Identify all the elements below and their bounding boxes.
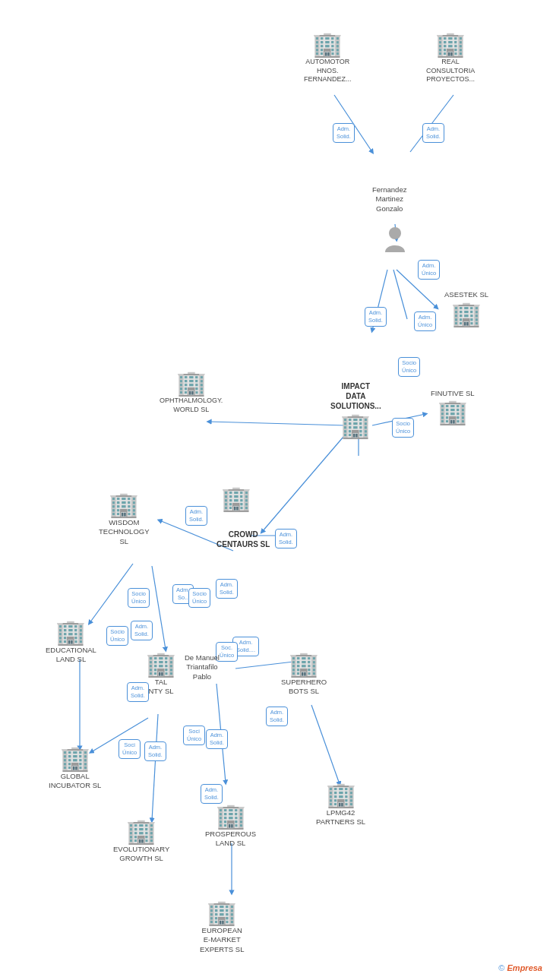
badge-adm-solid-crowd-right: Adm.Solid.	[275, 529, 297, 548]
badge-adm-solid-impact-left: Adm.Solid.	[365, 307, 387, 327]
node-crowd-centaurs: CROWDCENTAURS SL	[216, 528, 270, 549]
badge-socio-unico-finutive: SocioÚnico	[398, 357, 420, 377]
label-global-incubator: GLOBALINCUBATOR SL	[49, 772, 101, 791]
label-impact-data: IMPACTDATASOLUTIONS...	[330, 381, 381, 411]
label-de-manuel: De ManuelTriantafiloPablo	[185, 653, 220, 681]
building-icon-global: 🏢	[60, 746, 90, 770]
svg-line-13	[152, 566, 166, 650]
label-finutive: FINUTIVE SL	[431, 389, 475, 398]
node-evolutionary: 🏢 EVOLUTIONARYGROWTH SL	[113, 819, 169, 864]
node-crowd-centaurs-icon: 🏢	[221, 486, 251, 511]
node-european-market: 🏢 EUROPEANE-MARKETEXPERTS SL	[200, 900, 244, 954]
building-icon-education: 🏢	[55, 620, 86, 644]
building-icon-european: 🏢	[207, 900, 237, 925]
node-de-manuel: De ManuelTriantafiloPablo	[185, 652, 220, 681]
badge-adm-solid-crowd-upper: Adm.Solid.	[185, 506, 207, 526]
label-real-consultoria: REAL CONSULTORIA PROYECTOS...	[426, 58, 475, 84]
svg-line-8	[209, 422, 346, 425]
badge-adm-unico-impact: Adm.Único	[414, 311, 436, 331]
building-icon-tal-nty: 🏢	[146, 652, 176, 676]
label-automotor: AUTOMOTOR HNOS. FERNANDEZ...	[304, 58, 352, 84]
building-icon-prosperous: 🏢	[216, 804, 246, 828]
node-impact-data: IMPACTDATASOLUTIONS... 🏢	[330, 380, 381, 438]
building-icon-crowd-extra: 🏢	[221, 486, 251, 511]
label-ophthalmology: OPHTHALMOLOGY.WORLD SL	[160, 397, 223, 414]
label-education-land: EDUCATIONALLAND SL	[46, 646, 96, 665]
svg-line-9	[262, 432, 348, 532]
label-crowd-centaurs: CROWDCENTAURS SL	[216, 530, 270, 549]
node-fernandez: FernandezMartinezGonzalo	[372, 184, 406, 213]
badge-socio-unico-wisdom-2: SocioÚnico	[188, 588, 210, 608]
node-real-consultoria: 🏢 REAL CONSULTORIA PROYECTOS...	[426, 32, 475, 84]
watermark: © Empresa	[498, 963, 542, 972]
label-tal-nty: TALNTY SL	[148, 678, 173, 697]
building-icon-real-consultoria: 🏢	[435, 32, 466, 56]
person-svg	[384, 226, 406, 254]
badge-soci-unico-tal-lower: SociÚnico	[118, 739, 141, 759]
badge-adm-solid-tal-lower: Adm.Solid.	[144, 741, 166, 761]
badge-soci-unico-prosperous: SociÚnico	[183, 726, 205, 745]
label-european-market: EUROPEANE-MARKETEXPERTS SL	[200, 926, 244, 954]
svg-line-12	[90, 564, 133, 623]
node-finutive: FINUTIVE SL 🏢	[431, 387, 475, 424]
badge-socio-unico-below: SocioÚnico	[392, 418, 414, 438]
node-superhero-bots: 🏢 SUPERHEROBOTS SL	[281, 652, 327, 697]
watermark-copy: ©	[498, 963, 504, 972]
connections-svg	[0, 0, 553, 980]
node-education-land: 🏢 EDUCATIONALLAND SL	[46, 620, 96, 665]
node-automotor: 🏢 AUTOMOTOR HNOS. FERNANDEZ...	[304, 32, 352, 84]
badge-socio-unico-education: SocioÚnico	[106, 626, 128, 646]
svg-line-5	[393, 270, 407, 319]
diagram-container: 🏢 AUTOMOTOR HNOS. FERNANDEZ... 🏢 REAL CO…	[0, 0, 553, 980]
building-icon-impact-data: 🏢	[340, 413, 371, 438]
building-icon-asestek: 🏢	[451, 302, 482, 326]
badge-adm-solid-superhero: Adm.Solid.	[266, 707, 288, 726]
badge-adm-solid-tal: Adm.Solid.	[127, 682, 149, 702]
label-prosperous-land: PROSPEROUSLAND SL	[205, 830, 256, 849]
svg-point-21	[389, 227, 401, 239]
label-fernandez: FernandezMartinezGonzalo	[372, 185, 406, 213]
node-ophthalmology: 🏢 OPHTHALMOLOGY.WORLD SL	[160, 371, 223, 414]
node-lpmg42: 🏢 LPMG42PARTNERS SL	[316, 782, 365, 827]
node-asestek: ASESTEK SL 🏢	[444, 289, 488, 326]
svg-line-18	[311, 705, 340, 784]
building-icon-automotor: 🏢	[312, 32, 343, 56]
label-asestek: ASESTEK SL	[444, 290, 488, 299]
svg-line-15	[152, 714, 158, 820]
building-icon-lpmg42: 🏢	[326, 782, 356, 807]
badge-socio-unico-wisdom-1: SocioÚnico	[128, 588, 150, 608]
node-prosperous-land: 🏢 PROSPEROUSLAND SL	[205, 804, 256, 849]
badge-adm-solid-prosperous-main: Adm.Solid.	[201, 784, 223, 804]
node-wisdom-tech: 🏢 WISDOMTECHNOLOGYSL	[99, 492, 150, 546]
label-superhero-bots: SUPERHEROBOTS SL	[281, 678, 327, 697]
node-global-incubator: 🏢 GLOBALINCUBATOR SL	[49, 746, 101, 791]
label-evolutionary: EVOLUTIONARYGROWTH SL	[113, 845, 169, 864]
building-icon-evolutionary: 🏢	[126, 819, 156, 843]
badge-adm-solid-education: Adm.Solid.	[131, 621, 153, 640]
node-person-fernandez	[384, 226, 406, 254]
badge-adm-solid-prosperous: Adm.Solid.	[206, 729, 228, 749]
node-tal-nty: 🏢 TALNTY SL	[146, 652, 176, 697]
building-icon-finutive: 🏢	[438, 400, 468, 424]
building-icon-ophthalmology: 🏢	[176, 371, 207, 395]
badge-adm-solid-real: Adm.Solid.	[422, 123, 444, 143]
label-wisdom-tech: WISDOMTECHNOLOGYSL	[99, 518, 150, 546]
badge-adm-solid-automotor: Adm.Solid.	[333, 123, 355, 143]
watermark-brand: Empresa	[507, 963, 542, 972]
badge-adm-unico-asestek: Adm.Único	[418, 260, 440, 280]
building-icon-wisdom: 🏢	[109, 492, 139, 517]
badge-adm-solid-wisdom-lower: Adm.Solid.	[216, 579, 238, 599]
building-icon-superhero: 🏢	[289, 652, 319, 676]
label-lpmg42: LPMG42PARTNERS SL	[316, 808, 365, 827]
